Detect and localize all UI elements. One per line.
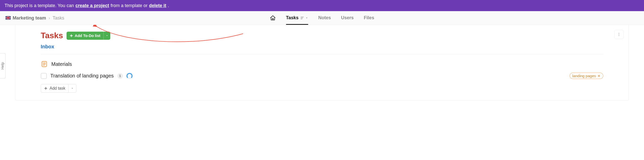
tab-users[interactable]: Users [341,11,354,25]
card-menu-button[interactable] [614,30,624,39]
breadcrumb-separator: › [49,15,50,21]
tab-tasks-label: Tasks [286,15,299,21]
caret-down-icon [106,34,108,37]
breadcrumb-project-label: Marketing team [13,15,46,21]
help-label: Help [1,62,5,70]
divider [41,54,603,54]
svg-point-4 [619,34,619,35]
add-task-label: Add task [50,86,65,91]
list-icon [300,16,304,20]
page-title: Tasks [41,31,63,40]
add-task-button[interactable]: Add task [41,84,76,93]
uk-flag-icon [6,16,11,20]
task-tag-label: landing pages [572,74,596,78]
chevron-down-icon [305,16,308,19]
breadcrumb-current: Tasks [53,15,64,21]
progress-spinner-icon [126,73,133,79]
create-project-link[interactable]: create a project [75,3,109,8]
task-count-badge: 1 [117,73,123,79]
tab-tasks[interactable]: Tasks [286,11,308,25]
home-icon[interactable] [270,15,276,21]
svg-point-3 [619,33,619,34]
document-icon [41,61,48,68]
task-tag[interactable]: landing pages ✕ [570,73,603,79]
tab-notes[interactable]: Notes [318,11,331,25]
add-task-dropdown[interactable] [69,84,76,92]
plus-icon [44,87,48,90]
breadcrumb: Marketing team › Tasks [6,15,64,21]
inbox-heading[interactable]: Inbox [41,44,603,50]
plus-icon [70,34,73,37]
list-item-materials[interactable]: Materials [41,58,603,70]
tab-files[interactable]: Files [364,11,374,25]
banner-text-suffix: . [168,3,169,8]
main-card: Tasks Add To-Do list Inbox [15,25,629,101]
banner-text-prefix: This project is a template. You can [5,3,74,8]
header-bar: Marketing team › Tasks Tasks Notes [0,11,644,25]
add-todo-list-button[interactable]: Add To-Do list [67,32,110,40]
task-row[interactable]: Translation of landing pages 1 landing p… [41,70,603,82]
breadcrumb-project[interactable]: Marketing team [6,15,46,21]
caret-down-icon [71,87,74,90]
task-list: Materials Translation of landing pages 1… [41,58,603,93]
add-todo-list-label: Add To-Do list [75,33,100,38]
tag-remove-icon[interactable]: ✕ [597,74,600,78]
delete-template-link[interactable]: delete it [149,3,166,8]
add-todo-list-dropdown[interactable] [104,32,110,40]
svg-point-5 [619,35,619,36]
template-banner: This project is a template. You can crea… [0,0,644,11]
svg-rect-13 [45,88,47,89]
task-checkbox[interactable] [41,73,47,79]
tab-bar: Tasks Notes Users Files [270,11,374,25]
task-label: Translation of landing pages [50,73,114,79]
help-side-tab[interactable]: Help [0,53,6,78]
materials-label: Materials [51,61,72,67]
svg-rect-7 [70,35,73,36]
kebab-icon [617,32,621,36]
banner-text-middle: from a template or [111,3,147,8]
